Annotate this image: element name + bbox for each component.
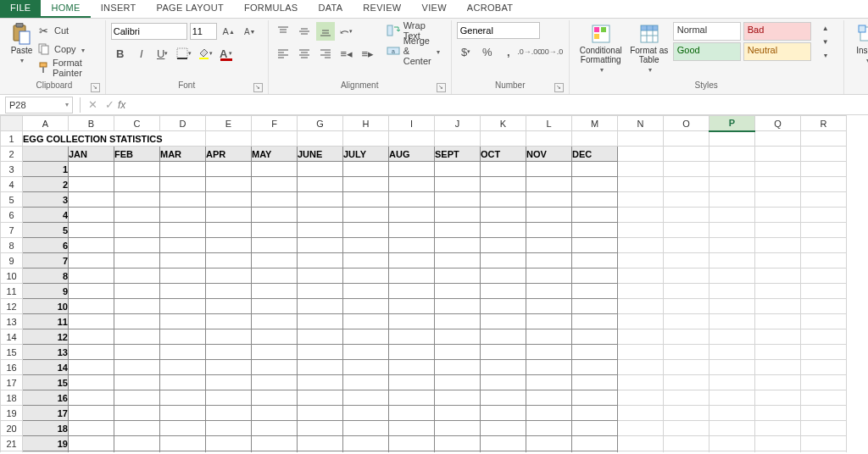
data-cell[interactable] (69, 375, 114, 390)
data-cell[interactable] (114, 345, 160, 360)
cell[interactable] (755, 192, 801, 208)
cell[interactable] (801, 253, 847, 269)
data-cell[interactable] (435, 208, 481, 223)
percent-button[interactable]: % (478, 42, 497, 61)
data-cell[interactable] (389, 314, 435, 329)
col-header-J[interactable]: J (435, 116, 481, 131)
data-cell[interactable] (435, 269, 481, 284)
data-cell[interactable] (481, 208, 526, 223)
cell[interactable] (664, 177, 709, 192)
data-cell[interactable] (435, 345, 481, 360)
data-cell[interactable] (481, 192, 526, 208)
cell[interactable] (709, 360, 755, 375)
month-header-cell[interactable]: JULY (343, 147, 389, 162)
data-cell[interactable] (160, 208, 206, 223)
cell[interactable] (801, 406, 847, 421)
data-cell[interactable] (114, 238, 160, 253)
cell[interactable] (618, 375, 664, 390)
data-cell[interactable] (69, 451, 114, 453)
data-cell[interactable] (572, 284, 618, 299)
data-cell[interactable] (160, 253, 206, 269)
cell[interactable] (755, 253, 801, 269)
data-cell[interactable] (481, 390, 526, 406)
month-header-cell[interactable]: MAR (160, 147, 206, 162)
font-launcher[interactable]: ↘ (253, 83, 263, 92)
tab-review[interactable]: REVIEW (353, 0, 411, 18)
data-cell[interactable] (252, 406, 298, 421)
data-cell[interactable] (160, 390, 206, 406)
cell[interactable] (755, 162, 801, 177)
row-header-14[interactable]: 14 (1, 329, 23, 345)
data-cell[interactable] (206, 436, 252, 451)
row-label-cell[interactable]: 11 (23, 314, 69, 329)
data-cell[interactable] (160, 162, 206, 177)
col-header-R[interactable]: R (801, 116, 847, 131)
cell[interactable] (755, 223, 801, 238)
data-cell[interactable] (69, 390, 114, 406)
cell[interactable] (755, 147, 801, 162)
cell[interactable] (755, 345, 801, 360)
data-cell[interactable] (298, 360, 343, 375)
data-cell[interactable] (298, 208, 343, 223)
data-cell[interactable] (160, 314, 206, 329)
data-cell[interactable] (572, 192, 618, 208)
row-header-19[interactable]: 19 (1, 406, 23, 421)
cell[interactable] (709, 269, 755, 284)
spreadsheet-grid[interactable]: ABCDEFGHIJKLMNOPQR1EGG COLLECTION STATIS… (0, 115, 868, 452)
data-cell[interactable] (252, 436, 298, 451)
cell[interactable] (801, 345, 847, 360)
row-header-11[interactable]: 11 (1, 284, 23, 299)
data-cell[interactable] (572, 360, 618, 375)
data-cell[interactable] (435, 406, 481, 421)
decrease-decimal-button[interactable]: .00→.0 (542, 42, 560, 61)
conditional-formatting-button[interactable]: Conditional Formatting (575, 22, 627, 74)
col-header-M[interactable]: M (572, 116, 618, 131)
italic-button[interactable]: I (132, 44, 151, 63)
data-cell[interactable] (114, 299, 160, 314)
data-cell[interactable] (69, 238, 114, 253)
data-cell[interactable] (160, 406, 206, 421)
data-cell[interactable] (114, 406, 160, 421)
data-cell[interactable] (160, 360, 206, 375)
styles-scroll-down[interactable]: ▼ (816, 36, 835, 47)
tab-acrobat[interactable]: ACROBAT (457, 0, 523, 18)
data-cell[interactable] (435, 192, 481, 208)
border-button[interactable]: ▾ (175, 44, 193, 63)
month-header-cell[interactable]: JUNE (298, 147, 343, 162)
cell[interactable] (755, 375, 801, 390)
cell[interactable] (664, 451, 709, 453)
cell[interactable] (435, 131, 481, 147)
row-header-18[interactable]: 18 (1, 390, 23, 406)
cell[interactable] (801, 329, 847, 345)
cell[interactable] (709, 223, 755, 238)
data-cell[interactable] (206, 223, 252, 238)
data-cell[interactable] (114, 253, 160, 269)
align-top-button[interactable] (274, 22, 292, 41)
cell[interactable] (206, 131, 252, 147)
cell[interactable] (618, 284, 664, 299)
cell[interactable] (618, 238, 664, 253)
data-cell[interactable] (526, 421, 572, 436)
cell[interactable] (618, 192, 664, 208)
data-cell[interactable] (69, 284, 114, 299)
data-cell[interactable] (389, 223, 435, 238)
tab-formulas[interactable]: FORMULAS (234, 0, 309, 18)
data-cell[interactable] (481, 162, 526, 177)
format-painter-button[interactable]: Format Painter (35, 59, 97, 76)
cell[interactable] (755, 406, 801, 421)
data-cell[interactable] (435, 375, 481, 390)
data-cell[interactable] (252, 238, 298, 253)
data-cell[interactable] (69, 177, 114, 192)
data-cell[interactable] (206, 192, 252, 208)
month-header-cell[interactable]: AUG (389, 147, 435, 162)
data-cell[interactable] (252, 390, 298, 406)
row-header-22[interactable]: 22 (1, 451, 23, 453)
col-header-O[interactable]: O (664, 116, 709, 131)
row-header-6[interactable]: 6 (1, 208, 23, 223)
data-cell[interactable] (298, 177, 343, 192)
data-cell[interactable] (572, 345, 618, 360)
data-cell[interactable] (298, 314, 343, 329)
data-cell[interactable] (206, 314, 252, 329)
cell[interactable] (389, 131, 435, 147)
cell[interactable] (664, 238, 709, 253)
